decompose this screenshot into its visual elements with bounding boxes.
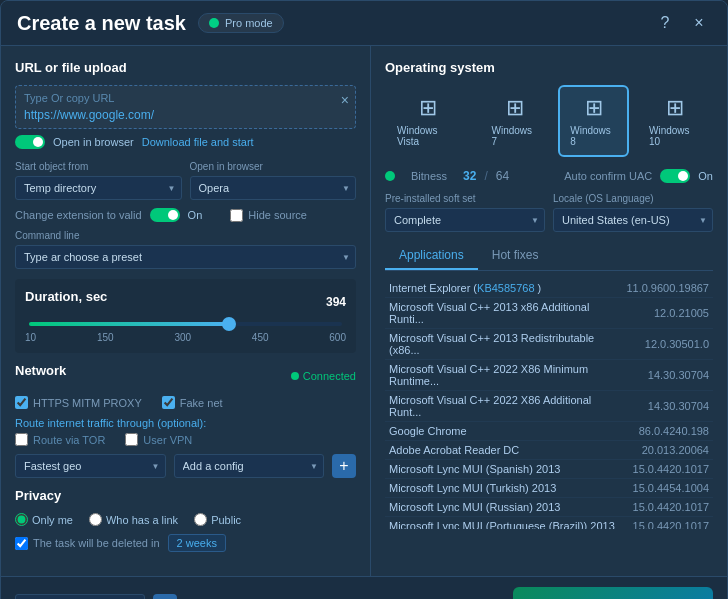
privacy-section: Privacy Only me Who has a link Public bbox=[15, 488, 356, 552]
public-radio[interactable] bbox=[194, 513, 207, 526]
app-name: Microsoft Lync MUI (Turkish) 2013 bbox=[385, 479, 622, 498]
preset-select-wrapper: Default bbox=[15, 594, 145, 600]
url-placeholder: Type Or copy URL bbox=[24, 92, 347, 104]
app-version: 86.0.4240.198 bbox=[622, 422, 713, 441]
privacy-label: Privacy bbox=[15, 488, 356, 503]
https-mitm-text: HTTPS MITM PROXY bbox=[33, 397, 142, 409]
hide-source-checkbox[interactable] bbox=[230, 209, 243, 222]
table-row: Microsoft Visual C++ 2013 x86 Additional… bbox=[385, 298, 713, 329]
fake-net-checkbox[interactable] bbox=[162, 396, 175, 409]
add-config-button[interactable]: + bbox=[332, 454, 356, 478]
slider-tick2: 300 bbox=[174, 332, 191, 343]
duration-header: Duration, sec 394 bbox=[25, 289, 346, 314]
soft-set-label: Pre-installed soft set bbox=[385, 193, 545, 204]
only-me-label[interactable]: Only me bbox=[15, 513, 73, 526]
os-win10[interactable]: ⊞ Windows 10 bbox=[637, 85, 713, 157]
who-has-link-text: Who has a link bbox=[106, 514, 178, 526]
preset-select[interactable]: Default bbox=[15, 594, 145, 600]
pro-mode-badge[interactable]: Pro mode bbox=[198, 13, 284, 33]
open-browser-track[interactable] bbox=[15, 135, 45, 149]
open-in-group: Open in browser Opera bbox=[190, 161, 357, 200]
tab-applications[interactable]: Applications bbox=[385, 242, 478, 270]
os-win7[interactable]: ⊞ Windows 7 bbox=[480, 85, 551, 157]
soft-set-group: Pre-installed soft set Complete bbox=[385, 193, 545, 232]
open-browser-toggle[interactable] bbox=[15, 135, 45, 149]
fastest-geo-select[interactable]: Fastest geo bbox=[15, 454, 166, 478]
command-line-group: Command line Type ar choose a preset bbox=[15, 230, 356, 269]
bitness-32[interactable]: 32 bbox=[463, 169, 476, 183]
change-ext-thumb bbox=[168, 210, 178, 220]
app-version: 15.0.4454.1004 bbox=[622, 479, 713, 498]
user-vpn-label[interactable]: User VPN bbox=[125, 433, 192, 446]
uac-toggle[interactable] bbox=[660, 169, 690, 183]
footer-left: Default + Autosave changes bbox=[15, 594, 294, 600]
soft-locale-row: Pre-installed soft set Complete Locale (… bbox=[385, 193, 713, 232]
app-version: 15.0.4420.1017 bbox=[622, 517, 713, 530]
command-line-select[interactable]: Type ar choose a preset bbox=[15, 245, 356, 269]
only-me-text: Only me bbox=[32, 514, 73, 526]
url-section-title: URL or file upload bbox=[15, 60, 356, 75]
app-link[interactable]: KB4585768 bbox=[477, 282, 535, 294]
fake-net-label[interactable]: Fake net bbox=[162, 396, 223, 409]
download-file-link[interactable]: Download file and start bbox=[142, 136, 254, 148]
route-tor-label[interactable]: Route via TOR bbox=[15, 433, 105, 446]
network-checkboxes: HTTPS MITM PROXY Fake net bbox=[15, 396, 356, 409]
bitness-sep: / bbox=[484, 169, 487, 183]
delete-task-label[interactable]: The task will be deleted in bbox=[15, 537, 160, 550]
tab-hot-fixes[interactable]: Hot fixes bbox=[478, 242, 553, 270]
uac-thumb bbox=[678, 171, 688, 181]
add-config-select[interactable]: Add a config bbox=[174, 454, 325, 478]
url-clear-button[interactable]: × bbox=[341, 92, 349, 108]
help-button[interactable]: ? bbox=[653, 11, 677, 35]
https-mitm-label[interactable]: HTTPS MITM PROXY bbox=[15, 396, 142, 409]
hide-source-label[interactable]: Hide source bbox=[230, 209, 307, 222]
app-version: 11.0.9600.19867 bbox=[622, 279, 713, 298]
locale-select[interactable]: United States (en-US) bbox=[553, 208, 713, 232]
header-right: ? × bbox=[653, 11, 711, 35]
app-version: 15.0.4420.1017 bbox=[622, 460, 713, 479]
uac-track[interactable] bbox=[660, 169, 690, 183]
route-tor-checkbox[interactable] bbox=[15, 433, 28, 446]
app-name: Google Chrome bbox=[385, 422, 622, 441]
who-has-link-radio[interactable] bbox=[89, 513, 102, 526]
app-version: 12.0.30501.0 bbox=[622, 329, 713, 360]
bitness-options: 32 / 64 bbox=[463, 169, 509, 183]
win7-icon: ⊞ bbox=[506, 95, 524, 121]
app-name: Microsoft Visual C++ 2022 X86 Additional… bbox=[385, 391, 622, 422]
tabs-row: Applications Hot fixes bbox=[385, 242, 713, 271]
win10-label: Windows 10 bbox=[649, 125, 701, 147]
change-ext-label: Change extension to valid bbox=[15, 209, 142, 221]
open-browser-label: Open in browser bbox=[53, 136, 134, 148]
delete-task-checkbox[interactable] bbox=[15, 537, 28, 550]
os-win8[interactable]: ⊞ Windows 8 bbox=[558, 85, 629, 157]
bitness-64[interactable]: 64 bbox=[496, 169, 509, 183]
command-line-label: Command line bbox=[15, 230, 356, 241]
apps-table: Internet Explorer (KB4585768 )11.0.9600.… bbox=[385, 279, 713, 529]
win8-label: Windows 8 bbox=[570, 125, 617, 147]
add-preset-button[interactable]: + bbox=[153, 594, 177, 600]
open-in-select[interactable]: Opera bbox=[190, 176, 357, 200]
soft-set-select[interactable]: Complete bbox=[385, 208, 545, 232]
connected-label: Connected bbox=[303, 370, 356, 382]
user-vpn-checkbox[interactable] bbox=[125, 433, 138, 446]
slider-thumb[interactable] bbox=[222, 317, 236, 331]
close-button[interactable]: × bbox=[687, 11, 711, 35]
os-vista[interactable]: ⊞ Windows Vista bbox=[385, 85, 472, 157]
https-mitm-checkbox[interactable] bbox=[15, 396, 28, 409]
app-name: Adobe Acrobat Reader DC bbox=[385, 441, 622, 460]
who-has-link-label[interactable]: Who has a link bbox=[89, 513, 178, 526]
change-ext-toggle[interactable] bbox=[150, 208, 180, 222]
only-me-radio[interactable] bbox=[15, 513, 28, 526]
url-value[interactable]: https://www.google.com/ bbox=[24, 108, 347, 122]
table-row: Microsoft Visual C++ 2013 Redistributabl… bbox=[385, 329, 713, 360]
change-ext-track[interactable] bbox=[150, 208, 180, 222]
app-name: Microsoft Visual C++ 2013 x86 Additional… bbox=[385, 298, 622, 329]
start-object-select[interactable]: Temp directory bbox=[15, 176, 182, 200]
apps-scroll[interactable]: Internet Explorer (KB4585768 )11.0.9600.… bbox=[385, 279, 713, 529]
left-panel: URL or file upload Type Or copy URL http… bbox=[1, 46, 371, 576]
public-label[interactable]: Public bbox=[194, 513, 241, 526]
run-button[interactable]: 🛡 Run a private task bbox=[513, 587, 713, 599]
network-header: Network Connected bbox=[15, 363, 356, 388]
uac-on-label: On bbox=[698, 170, 713, 182]
delete-row: The task will be deleted in 2 weeks bbox=[15, 534, 356, 552]
